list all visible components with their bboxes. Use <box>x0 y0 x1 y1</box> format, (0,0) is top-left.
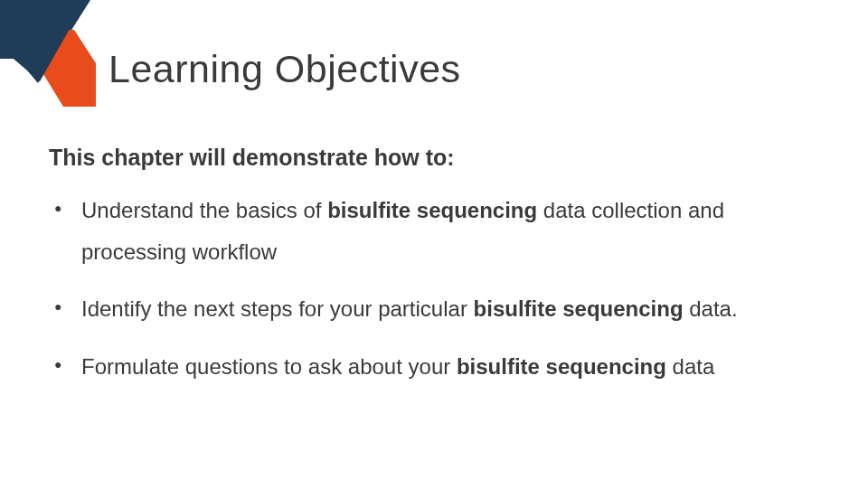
svg-marker-3 <box>16 30 96 107</box>
svg-marker-0 <box>0 0 86 59</box>
list-item: Identify the next steps for your particu… <box>49 288 819 330</box>
svg-marker-2 <box>0 0 90 83</box>
svg-marker-4 <box>0 0 89 81</box>
bullet-text-post: data <box>666 354 714 379</box>
page-title: Learning Objectives <box>108 47 461 91</box>
bullet-text-pre: Understand the basics of <box>81 198 327 222</box>
corner-accent-icon <box>0 0 108 108</box>
bullet-text-post: data. <box>684 296 738 321</box>
objectives-list: Understand the basics of bisulfite seque… <box>49 190 819 403</box>
bullet-text-bold: bisulfite sequencing <box>327 198 537 222</box>
bullet-text-bold: bisulfite sequencing <box>457 354 666 379</box>
svg-marker-1 <box>14 30 92 101</box>
bullet-text-bold: bisulfite sequencing <box>474 296 684 321</box>
bullet-text-pre: Identify the next steps for your particu… <box>81 296 474 321</box>
list-item: Understand the basics of bisulfite seque… <box>49 190 819 272</box>
bullet-text-pre: Formulate questions to ask about your <box>81 354 457 379</box>
list-item: Formulate questions to ask about your bi… <box>49 346 819 388</box>
chapter-subtitle: This chapter will demonstrate how to: <box>49 145 455 171</box>
